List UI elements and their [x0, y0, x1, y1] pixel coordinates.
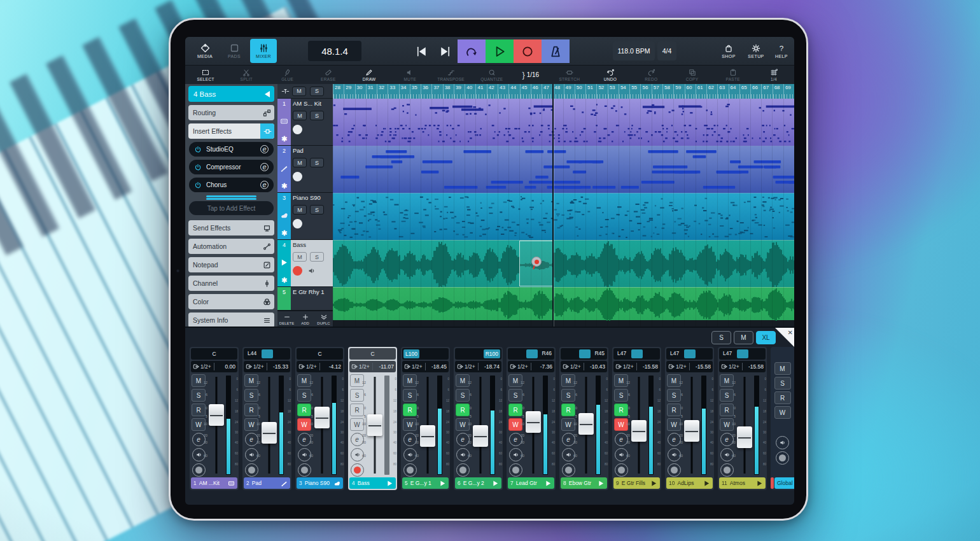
track-row-4[interactable]: 4✱BassMS [277, 240, 333, 287]
freeze-icon[interactable]: ✱ [281, 229, 287, 237]
output-routing[interactable]: 1/2+-15.58 [666, 361, 713, 372]
mixer-btn[interactable]: MIXER [250, 39, 277, 63]
selected-track-header[interactable]: 4 Bass [188, 86, 274, 102]
pan-control[interactable]: L47 [719, 348, 766, 360]
playhead[interactable] [552, 84, 554, 327]
record-arm-button[interactable] [293, 266, 302, 276]
clip-track-1[interactable] [333, 99, 794, 146]
add-effect-button[interactable]: Tap to Add Effect [189, 201, 274, 215]
pan-control[interactable]: L47 [666, 348, 713, 360]
effect-slot-1[interactable]: StudioEQe [189, 142, 274, 157]
monitor-button[interactable] [293, 219, 302, 228]
channel-label[interactable]: 7Lead Gtr [508, 477, 554, 489]
output-routing[interactable]: 1/2+-4.12 [297, 361, 343, 372]
mixer-strip-11[interactable]: L471/2+-15.58MSRWe1260510203060061218243… [718, 347, 767, 490]
output-routing[interactable]: 1/2+-18.74 [455, 361, 501, 372]
tool-redo[interactable]: REDO [631, 66, 671, 84]
mixer-size-xl-button[interactable]: XL [756, 331, 776, 344]
mixer-strip-2[interactable]: L441/2+-15.33MSRWe1260510203060061218243… [242, 347, 291, 490]
channel-label[interactable]: 11Atmos [719, 477, 766, 489]
pads-btn[interactable]: PADS [221, 39, 248, 63]
go-to-start-button[interactable] [409, 39, 433, 63]
clip-track-3[interactable] [333, 193, 794, 240]
inspector-routing[interactable]: Routing [188, 105, 274, 120]
power-icon[interactable] [194, 181, 202, 189]
tool-select[interactable]: SELECT [185, 66, 226, 84]
track-row-2[interactable]: 2✱PadMS [277, 146, 333, 193]
channel-label[interactable]: 10AdLips [666, 477, 713, 489]
mixer-strip-5[interactable]: L1001/2+-18.45MSRWe126051020306006121824… [401, 347, 450, 490]
channel-label[interactable]: 4Bass [349, 477, 396, 489]
arrange-area[interactable]: 2829303132333435363738394041424344454647… [333, 84, 794, 327]
track-mute-button[interactable]: M [293, 158, 307, 167]
inspector-insert-effects[interactable]: Insert Effects [188, 123, 274, 139]
bpm-display[interactable]: 118.0 BPM [613, 41, 655, 60]
track-width-tool-icon[interactable] [281, 87, 290, 95]
volume-fader[interactable]: 1260510203060 [470, 374, 491, 476]
track-body[interactable]: E Gtr Rhy 1 [291, 287, 333, 310]
play-button[interactable] [486, 39, 514, 63]
pan-control[interactable]: R46 [508, 348, 554, 360]
inspector-system-info[interactable]: System Info [188, 313, 274, 328]
channel-label[interactable]: 8Ebow Gtr [561, 477, 607, 489]
track-mute-button[interactable]: M [293, 205, 307, 214]
fader-cap[interactable] [262, 422, 277, 444]
forward-button[interactable] [433, 39, 458, 63]
quantize-value[interactable]: }1/16 [512, 66, 549, 84]
shop-button[interactable]: SHOP [715, 39, 742, 63]
duplicate-track-button[interactable]: DUPLC [314, 311, 333, 327]
global-record-button[interactable] [776, 451, 789, 465]
tool-glue[interactable]: GLUE [267, 66, 307, 84]
tool-split[interactable]: SPLIT [226, 66, 267, 84]
volume-fader[interactable]: 1260510203060 [417, 374, 438, 476]
delete-track-button[interactable]: DELETE [277, 311, 296, 327]
mixer-strip-4[interactable]: C1/2+-11.07MSRWe126051020306006121824304… [348, 347, 397, 490]
monitor-button[interactable] [293, 125, 302, 134]
fader-cap[interactable] [631, 420, 647, 442]
pan-control[interactable]: R45 [561, 348, 607, 360]
tool-undo[interactable]: UNDO [590, 66, 631, 84]
metronome-button[interactable] [542, 39, 570, 63]
pan-control[interactable]: L47 [613, 348, 660, 360]
tool-stretch[interactable]: STRETCH [549, 66, 590, 84]
output-routing[interactable]: 1/2+-11.07 [349, 361, 396, 372]
timeline-ruler[interactable]: 2829303132333435363738394041424344454647… [333, 84, 794, 99]
inspector-notepad[interactable]: Notepad [188, 257, 274, 272]
record-button[interactable] [514, 39, 542, 63]
channel-label[interactable]: 6E G...y 2 [455, 477, 501, 489]
volume-fader[interactable]: 1260510203060 [259, 374, 279, 476]
inspector-channel[interactable]: Channel [188, 276, 274, 291]
global-s-button[interactable]: S [774, 377, 791, 390]
track-row-3[interactable]: 3✱Piano S90MS [277, 193, 333, 240]
freeze-icon[interactable]: ✱ [281, 135, 287, 143]
effect-edit-button[interactable]: e [260, 163, 269, 171]
inspector-automation[interactable]: Automation [188, 239, 274, 254]
pan-control[interactable]: L100 [402, 348, 449, 360]
mixer-strip-global[interactable]: MSRWGlobal [771, 347, 794, 490]
fader-cap[interactable] [420, 425, 435, 447]
loop-button[interactable] [458, 39, 486, 63]
grid-value[interactable]: 1/4 [753, 66, 794, 84]
track-mute-button[interactable]: M [293, 111, 307, 120]
add-track-button[interactable]: ADD [296, 311, 314, 327]
channel-label[interactable]: 9E Gtr Fills [613, 477, 660, 489]
tool-quantize[interactable]: QUANTIZE [472, 66, 512, 84]
track-row-5[interactable]: 5E Gtr Rhy 1 [277, 287, 333, 311]
mixer-strip-7[interactable]: R461/2+-7.36MSRWe12605102030600612182430… [507, 347, 556, 490]
speaker-icon[interactable] [307, 267, 316, 275]
output-routing[interactable]: 1/2+0.00 [191, 361, 237, 372]
volume-fader[interactable]: 1260510203060 [523, 374, 543, 476]
mixer-corner-handle[interactable]: ✕ [775, 328, 794, 347]
inspector-send-effects[interactable]: Send Effects [188, 220, 274, 235]
media-btn[interactable]: MEDIA [192, 39, 218, 63]
fader-cap[interactable] [209, 404, 224, 426]
clip-track-4[interactable] [333, 240, 794, 287]
track-row-1[interactable]: 1✱AM S... KitMS [277, 99, 333, 146]
track-body[interactable]: Piano S90MS [291, 193, 333, 239]
volume-fader[interactable]: 1260510203060 [312, 374, 332, 476]
fader-cap[interactable] [367, 414, 382, 436]
tool-mute[interactable]: MUTE [389, 66, 430, 84]
output-routing[interactable]: 1/2+-7.36 [508, 361, 554, 372]
output-routing[interactable]: 1/2+-15.58 [613, 361, 660, 372]
time-display[interactable]: 48.1.4 [308, 41, 361, 61]
